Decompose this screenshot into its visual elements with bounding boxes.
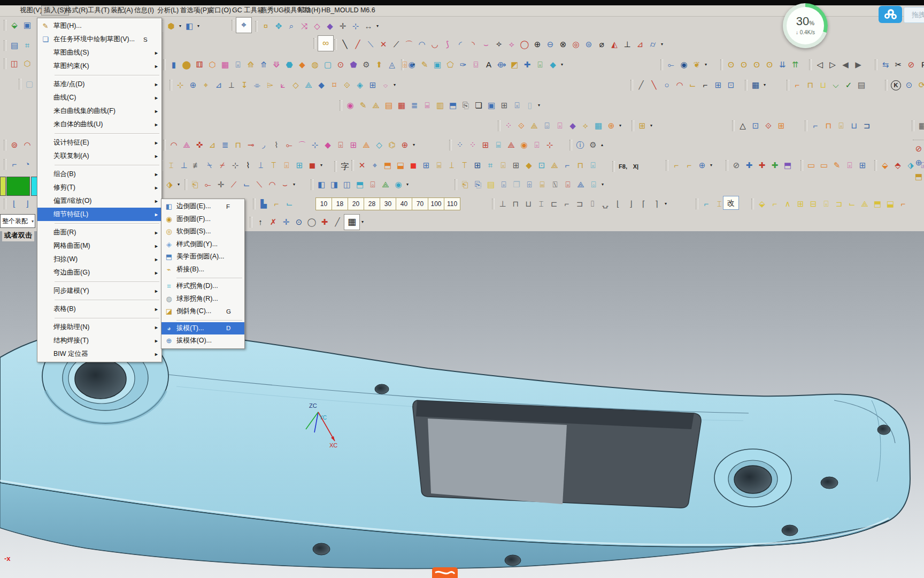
gear-icon[interactable]: ⚙: [587, 138, 599, 152]
toolbar-icon[interactable]: ╲: [338, 37, 351, 51]
toolbar-icon[interactable]: ◯: [305, 215, 318, 229]
menubar-item-9[interactable]: 窗口(O): [206, 6, 233, 15]
toolbar-icon[interactable]: ▤: [484, 178, 497, 192]
toolbar-icon[interactable]: ⊜: [582, 37, 595, 51]
toolbar-icon[interactable]: ⬠: [444, 58, 457, 72]
preset-value-button[interactable]: 70: [412, 197, 428, 210]
toolbar-icon[interactable]: ◎: [569, 37, 582, 51]
toolbar-icon[interactable]: ❐: [510, 178, 523, 192]
bulb-icon[interactable]: ʘ: [763, 58, 776, 72]
toolbar-icon[interactable]: ⌐: [897, 197, 910, 211]
toolbar-icon[interactable]: ¤: [259, 19, 272, 33]
toolbar-icon[interactable]: ⬒: [353, 178, 366, 192]
toolbar-icon[interactable]: ▾: [360, 215, 365, 229]
toolbar-icon[interactable]: ⊞: [366, 78, 379, 92]
menubar-item-4[interactable]: 工具(T): [86, 6, 112, 15]
save-icon[interactable]: ▣: [21, 18, 34, 32]
menu-item-软倒圆[interactable]: ◎软倒圆(S)...: [161, 225, 244, 238]
toolbar-icon[interactable]: ▙: [257, 197, 270, 211]
menu-item-结构焊接[interactable]: 结构焊接(T)►: [37, 334, 161, 347]
toolbar-icon[interactable]: ◍: [309, 58, 321, 72]
toolbar-icon[interactable]: ⌉: [650, 197, 663, 211]
toolbar-icon[interactable]: ◫: [341, 178, 353, 192]
toolbar-icon[interactable]: ◆: [296, 58, 309, 72]
toolbar-icon[interactable]: ◞: [257, 138, 270, 152]
toolbar-icon[interactable]: ▣: [431, 58, 444, 72]
toolbar-icon[interactable]: ⌶: [165, 158, 178, 172]
menubar-item-13[interactable]: HB_MOULD M6.6: [319, 6, 378, 15]
menu-item-修剪[interactable]: 修剪(T)►: [37, 181, 161, 194]
toolbar-icon[interactable]: ⊞: [498, 98, 511, 112]
toolbar-icon[interactable]: ⌣: [480, 37, 492, 51]
toolbar-icon[interactable]: ╲: [648, 78, 660, 92]
menubar-item-1[interactable]: 视图(V): [18, 6, 44, 15]
toolbar-icon[interactable]: ◩: [508, 58, 521, 72]
menu-item-球形拐角[interactable]: ◍球形拐角(R)...: [161, 293, 244, 306]
toolbar-icon[interactable]: ⌊: [612, 197, 625, 211]
toolbar-icon[interactable]: ≣: [219, 138, 232, 152]
toolbar-icon[interactable]: ◉: [518, 138, 530, 152]
toolbar-icon[interactable]: ⟁: [360, 138, 373, 152]
toolbar-icon[interactable]: ✛: [280, 215, 292, 229]
toolbar-icon[interactable]: ⟐: [515, 119, 528, 133]
toolbar-icon[interactable]: ⬣: [283, 58, 296, 72]
toolbar-icon[interactable]: ❏: [472, 98, 485, 112]
toolbar-icon[interactable]: ⟋: [390, 37, 403, 51]
toolbar-icon[interactable]: ⊕: [912, 156, 924, 170]
toolbar-icon[interactable]: ⊕: [398, 138, 411, 152]
toolbar-icon[interactable]: ⌯: [251, 78, 264, 92]
toolbar-icon[interactable]: ⬒: [871, 197, 884, 211]
toolbar-icon[interactable]: ⌻: [561, 178, 574, 192]
toolbar-icon[interactable]: ⟁: [505, 138, 518, 152]
toolbar-icon[interactable]: ⌼: [469, 58, 482, 72]
toolbar-icon[interactable]: ↧: [238, 78, 251, 92]
toolbar-icon[interactable]: ⊿: [212, 78, 225, 92]
toolbar-icon[interactable]: ◧: [315, 178, 328, 192]
toolbar-icon[interactable]: ⊿: [634, 37, 646, 51]
toolbar-icon[interactable]: ╱: [635, 78, 648, 92]
letter-a-text-icon[interactable]: A: [482, 58, 495, 72]
menu-item-设计特征[interactable]: 设计特征(E)►: [37, 136, 161, 149]
toolbar-icon[interactable]: ✎: [357, 98, 369, 112]
toolbar-icon[interactable]: ≣: [408, 98, 421, 112]
toolbar-icon[interactable]: ◜: [454, 37, 467, 51]
toolbar-icon[interactable]: ⌻: [497, 158, 510, 172]
toolbar-icon[interactable]: ⟆: [441, 37, 454, 51]
menu-item-组合[interactable]: 组合(B)►: [37, 168, 161, 181]
toolbar-icon[interactable]: ⊏: [548, 197, 560, 211]
toolbar-icon[interactable]: ⌿: [216, 158, 229, 172]
toolbar-icon[interactable]: ⊥: [496, 197, 509, 211]
search-icon[interactable]: ⌕: [285, 19, 298, 33]
preset-value-button[interactable]: 28: [364, 197, 380, 210]
green-swatch[interactable]: [6, 177, 30, 196]
toolbar-icon[interactable]: ⟱: [270, 58, 283, 72]
toolbar-icon[interactable]: ⟂: [225, 78, 238, 92]
blank-page-icon[interactable]: ▢: [23, 77, 36, 91]
toolbar-icon[interactable]: ⟙: [458, 158, 471, 172]
toolbar-icon[interactable]: ⌐: [768, 197, 781, 211]
toolbar-icon[interactable]: ⌺: [541, 119, 553, 133]
toolbar-icon[interactable]: ✗: [267, 215, 280, 229]
toolbar-icon[interactable]: ▤: [8, 39, 21, 52]
toolbar-icon[interactable]: ⟐: [341, 78, 353, 92]
toolbar-icon[interactable]: ▾: [178, 19, 183, 33]
toolbar-icon[interactable]: ⎘: [472, 178, 484, 192]
toolbar-icon[interactable]: ⌙: [845, 197, 858, 211]
toolbar-icon[interactable]: ⌸: [492, 138, 505, 152]
toolbar-icon[interactable]: ○: [660, 78, 673, 92]
toolbar-icon[interactable]: ⊞: [775, 119, 788, 133]
toolbar-icon[interactable]: ▾: [703, 58, 709, 72]
menu-item-拔模体[interactable]: ⊕拔模体(O)...: [161, 334, 244, 347]
toolbar-icon[interactable]: ✎: [418, 58, 431, 72]
toolbar-icon[interactable]: ▾: [762, 78, 767, 92]
menu-item-扫掠[interactable]: 扫掠(W)►: [37, 253, 161, 266]
menubar-item-5[interactable]: 装配(A): [109, 6, 135, 15]
toolbar-icon[interactable]: ⌸: [536, 178, 549, 192]
toolbar-icon[interactable]: ⍀: [203, 158, 216, 172]
toolbar-icon[interactable]: ⊿: [206, 138, 219, 152]
toolbar-icon[interactable]: ◆: [546, 58, 559, 72]
toolbar-icon[interactable]: ▥: [434, 98, 446, 112]
toolbar-icon[interactable]: ▾: [559, 58, 565, 72]
toolbar-icon[interactable]: ▾: [375, 19, 380, 33]
toolbar-icon[interactable]: ⊹: [349, 19, 362, 33]
